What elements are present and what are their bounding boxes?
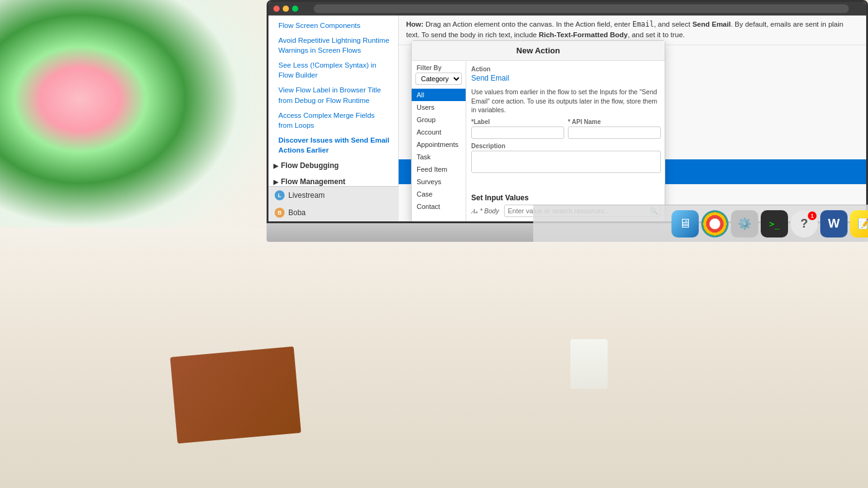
action-label: Action	[471, 66, 661, 73]
sidebar-item-view-flow[interactable]: View Flow Label in Browser Title from De…	[268, 82, 398, 107]
chevron-right-icon-2: ▶	[273, 179, 278, 185]
notes-icon: 📝	[857, 218, 868, 229]
filter-item-feed[interactable]: Feed Item	[412, 163, 466, 175]
browser-chrome	[268, 2, 866, 16]
action-panel: Action Send Email Use values from earlie…	[466, 61, 666, 221]
action-label-row: Action Send Email	[471, 66, 661, 84]
notebook-decoration	[170, 347, 301, 444]
tab-bar: L Livestream B Boba	[268, 186, 399, 221]
label-input[interactable]	[471, 126, 564, 139]
main-area: How: Drag an Action element onto the can…	[399, 16, 866, 221]
filter-item-task[interactable]: Task	[412, 151, 466, 163]
body-label: 𝐴ₐ	[471, 207, 477, 215]
filter-item-appointments[interactable]: Appointments	[412, 138, 466, 151]
filter-by-label: Filter By	[412, 61, 466, 73]
api-name-field: * API Name	[568, 118, 661, 139]
screen-content: Flow Screen Components Avoid Repetitive …	[268, 2, 866, 221]
tab-livestream[interactable]: L Livestream	[268, 187, 399, 204]
label-apiname-row: *Label * API Name	[471, 118, 661, 139]
description-input[interactable]	[471, 151, 661, 173]
filter-item-group[interactable]: Group	[412, 113, 466, 126]
url-bar[interactable]	[314, 4, 849, 13]
sidebar: Flow Screen Components Avoid Repetitive …	[268, 16, 399, 221]
label-field-label: *Label	[471, 118, 564, 125]
help-icon: ?	[800, 216, 808, 231]
api-name-input[interactable]	[568, 126, 661, 139]
help-badge: 1	[808, 211, 817, 220]
sidebar-item-complex[interactable]: See Less (!Complex Syntax) in Flow Build…	[268, 58, 398, 82]
filter-item-all[interactable]: All	[412, 89, 466, 101]
dock-system-prefs[interactable]: ⚙️	[731, 210, 758, 237]
filter-item-surveys[interactable]: Surveys	[412, 175, 466, 188]
label-field: *Label	[471, 118, 564, 139]
imac-screen: Flow Screen Components Avoid Repetitive …	[267, 0, 868, 223]
gear-icon: ⚙️	[738, 217, 751, 231]
dock-finder[interactable]: 🖥	[671, 210, 699, 237]
close-button-dot[interactable]	[273, 6, 280, 12]
desk-surface	[0, 228, 868, 488]
sidebar-section-debugging[interactable]: ▶ Flow Debugging	[268, 157, 398, 174]
sidebar-item-discover-issues[interactable]: Discover Issues with Send Email Actions …	[268, 133, 398, 157]
tab-boba[interactable]: B Boba	[268, 204, 399, 221]
terminal-icon: >_	[769, 219, 780, 229]
new-action-dialog: New Action Filter By Category All	[411, 40, 665, 221]
description-label: Description	[471, 143, 661, 149]
dialog-title: New Action	[412, 41, 665, 61]
action-description: Use values from earlier in the flow to s…	[471, 87, 661, 115]
api-name-label: * API Name	[568, 118, 661, 125]
maximize-button-dot[interactable]	[292, 6, 298, 12]
finder-icon: 🖥	[679, 216, 691, 231]
imac-monitor: Flow Screen Components Avoid Repetitive …	[267, 0, 868, 242]
filter-item-contact[interactable]: Contact	[412, 200, 466, 213]
flower-decoration	[0, 0, 267, 248]
chevron-right-icon: ▶	[273, 162, 278, 169]
action-value: Send Email	[471, 73, 661, 84]
filter-list: All Users Group Account Appointments Tas…	[412, 89, 466, 221]
body-field-label: * Body	[480, 207, 499, 215]
dock-help[interactable]: ? 1	[790, 210, 818, 237]
filter-item-account[interactable]: Account	[412, 126, 466, 138]
dock-chrome[interactable]	[701, 210, 728, 237]
sidebar-item-repetitive[interactable]: Avoid Repetitive Lightning Runtime Warni…	[268, 33, 398, 58]
word-icon: W	[828, 216, 840, 231]
filter-item-case[interactable]: Case	[412, 188, 466, 200]
dock-word[interactable]: W	[820, 210, 848, 237]
livestream-dot: L	[275, 190, 285, 200]
macos-dock: 🖥 ⚙️ >_ ? 1 W 📝 P 🖥	[533, 205, 868, 242]
candle-decoration	[570, 339, 608, 389]
sidebar-item-flow-screen[interactable]: Flow Screen Components	[268, 18, 398, 33]
filter-item-users[interactable]: Users	[412, 101, 466, 113]
set-input-title: Set Input Values	[471, 193, 661, 202]
dialog-body: Filter By Category All Users Group Accou…	[412, 61, 665, 221]
filter-panel: Filter By Category All Users Group Accou…	[412, 61, 466, 221]
minimize-button-dot[interactable]	[283, 6, 289, 12]
category-select[interactable]: Category	[415, 73, 462, 85]
boba-dot: B	[275, 208, 285, 218]
screen-main: Flow Screen Components Avoid Repetitive …	[268, 16, 866, 221]
dock-terminal[interactable]: >_	[761, 210, 788, 237]
description-field: Description	[471, 143, 661, 187]
sidebar-item-access-complex[interactable]: Access Complex Merge Fields from Loops	[268, 108, 398, 133]
dock-notes[interactable]: 📝	[850, 210, 868, 237]
